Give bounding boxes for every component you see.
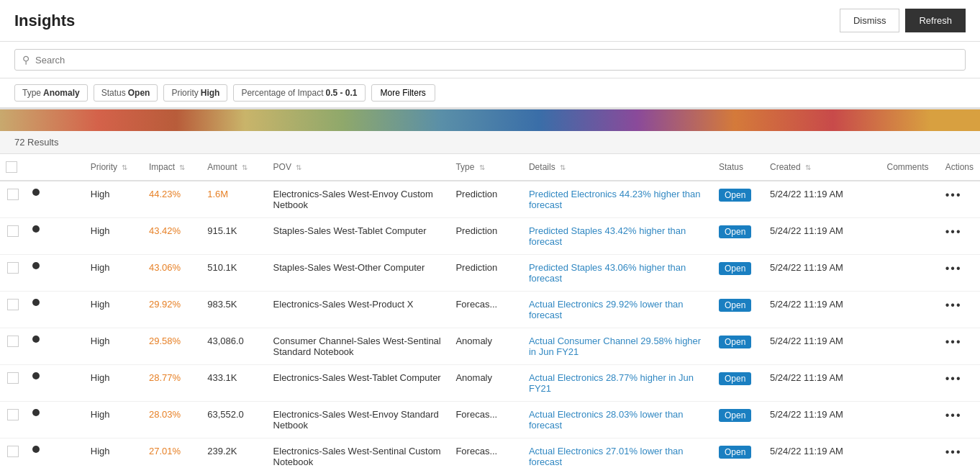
- row-checkbox[interactable]: [7, 262, 19, 274]
- col-header-dot: [27, 154, 85, 181]
- row-checkbox[interactable]: [7, 372, 19, 384]
- row-impact: 44.23%: [143, 181, 201, 218]
- row-actions[interactable]: •••: [940, 402, 980, 438]
- row-pov: Electronics-Sales West-Sentinal Custom N…: [268, 438, 450, 469]
- row-impact: 28.77%: [143, 365, 201, 402]
- row-comments: [881, 218, 939, 255]
- filter-status[interactable]: Status Open: [94, 84, 158, 102]
- row-actions[interactable]: •••: [940, 181, 980, 218]
- status-badge: Open: [719, 189, 751, 202]
- col-header-impact[interactable]: Impact ⇅: [143, 154, 201, 181]
- row-checkbox[interactable]: [7, 446, 19, 457]
- row-actions[interactable]: •••: [940, 255, 980, 292]
- col-header-comments: Comments: [881, 154, 939, 181]
- row-type: Forecas...: [450, 402, 523, 438]
- row-comments: [881, 181, 939, 218]
- actions-menu-button[interactable]: •••: [945, 446, 962, 458]
- search-icon: ⚲: [22, 54, 30, 66]
- row-dot-cell: [27, 438, 85, 469]
- status-badge: Open: [719, 409, 751, 422]
- filter-priority[interactable]: Priority High: [163, 84, 227, 102]
- search-input[interactable]: [35, 55, 958, 66]
- row-impact: 29.92%: [143, 292, 201, 328]
- row-status: Open: [713, 402, 764, 438]
- header-buttons: Dismiss Refresh: [840, 9, 966, 32]
- row-details[interactable]: Actual Electronics 29.92% lower than for…: [523, 292, 713, 328]
- row-status: Open: [713, 255, 764, 292]
- row-priority: High: [85, 328, 143, 365]
- priority-dot-icon: [32, 409, 40, 416]
- actions-menu-button[interactable]: •••: [945, 262, 962, 274]
- row-created: 5/24/22 11:19 AM: [764, 181, 881, 218]
- col-header-created[interactable]: Created ⇅: [764, 154, 881, 181]
- row-status: Open: [713, 438, 764, 469]
- priority-dot-icon: [32, 189, 40, 196]
- col-header-type[interactable]: Type ⇅: [450, 154, 523, 181]
- actions-menu-button[interactable]: •••: [945, 189, 962, 201]
- row-details[interactable]: Predicted Staples 43.42% higher than for…: [523, 218, 713, 255]
- actions-menu-button[interactable]: •••: [945, 409, 962, 421]
- row-details[interactable]: Predicted Staples 43.06% higher than for…: [523, 255, 713, 292]
- row-details[interactable]: Actual Electronics 27.01% lower than for…: [523, 438, 713, 469]
- row-pov: Staples-Sales West-Other Computer: [268, 255, 450, 292]
- row-checkbox-cell: [0, 402, 27, 438]
- row-dot-cell: [27, 365, 85, 402]
- row-dot-cell: [27, 402, 85, 438]
- filter-impact[interactable]: Percentage of Impact 0.5 - 0.1: [233, 84, 365, 102]
- row-pov: Electronics-Sales West-Envoy Custom Netb…: [268, 181, 450, 218]
- actions-menu-button[interactable]: •••: [945, 299, 962, 311]
- col-header-priority[interactable]: Priority ⇅: [85, 154, 143, 181]
- dismiss-button[interactable]: Dismiss: [840, 9, 900, 32]
- row-created: 5/24/22 11:19 AM: [764, 402, 881, 438]
- row-checkbox-cell: [0, 255, 27, 292]
- row-actions[interactable]: •••: [940, 365, 980, 402]
- row-checkbox[interactable]: [7, 225, 19, 237]
- row-checkbox[interactable]: [7, 336, 19, 347]
- row-dot-cell: [27, 292, 85, 328]
- sort-details-icon: ⇅: [560, 163, 566, 171]
- actions-menu-button[interactable]: •••: [945, 372, 962, 384]
- priority-dot-icon: [32, 262, 40, 269]
- col-header-actions: Actions: [940, 154, 980, 181]
- row-dot-cell: [27, 328, 85, 365]
- row-details[interactable]: Actual Electronics 28.03% lower than for…: [523, 402, 713, 438]
- filter-type[interactable]: Type Anomaly: [14, 84, 88, 102]
- row-type: Prediction: [450, 181, 523, 218]
- row-actions[interactable]: •••: [940, 218, 980, 255]
- col-header-amount[interactable]: Amount ⇅: [201, 154, 267, 181]
- table-row: High 43.42% 915.1K Staples-Sales West-Ta…: [0, 218, 980, 255]
- status-badge: Open: [719, 372, 751, 385]
- row-impact: 43.06%: [143, 255, 201, 292]
- row-priority: High: [85, 181, 143, 218]
- row-actions[interactable]: •••: [940, 438, 980, 469]
- actions-menu-button[interactable]: •••: [945, 225, 962, 238]
- col-header-checkbox[interactable]: [0, 154, 27, 181]
- row-details[interactable]: Predicted Electronics 44.23% higher than…: [523, 181, 713, 218]
- col-header-details[interactable]: Details ⇅: [523, 154, 713, 181]
- row-dot-cell: [27, 218, 85, 255]
- row-created: 5/24/22 11:19 AM: [764, 365, 881, 402]
- row-checkbox[interactable]: [7, 189, 19, 200]
- row-created: 5/24/22 11:19 AM: [764, 292, 881, 328]
- row-checkbox-cell: [0, 181, 27, 218]
- refresh-button[interactable]: Refresh: [905, 9, 966, 32]
- table-row: High 44.23% 1.6M Electronics-Sales West-…: [0, 181, 980, 218]
- row-created: 5/24/22 11:19 AM: [764, 255, 881, 292]
- col-header-pov[interactable]: POV ⇅: [268, 154, 450, 181]
- table-row: High 43.06% 510.1K Staples-Sales West-Ot…: [0, 255, 980, 292]
- row-details[interactable]: Actual Consumer Channel 29.58% higher in…: [523, 328, 713, 365]
- row-checkbox-cell: [0, 218, 27, 255]
- row-amount: 433.1K: [201, 365, 267, 402]
- status-badge: Open: [719, 225, 751, 238]
- results-count: 72 Results: [14, 137, 58, 148]
- row-details[interactable]: Actual Electronics 28.77% higher in Jun …: [523, 365, 713, 402]
- row-amount: 510.1K: [201, 255, 267, 292]
- more-filters-button[interactable]: More Filters: [371, 84, 435, 102]
- actions-menu-button[interactable]: •••: [945, 336, 962, 348]
- row-actions[interactable]: •••: [940, 328, 980, 365]
- select-all-checkbox[interactable]: [6, 161, 17, 173]
- row-checkbox[interactable]: [7, 299, 19, 310]
- table-wrapper: Priority ⇅ Impact ⇅ Amount ⇅ POV ⇅ Type …: [0, 154, 980, 468]
- row-actions[interactable]: •••: [940, 292, 980, 328]
- row-checkbox[interactable]: [7, 409, 19, 420]
